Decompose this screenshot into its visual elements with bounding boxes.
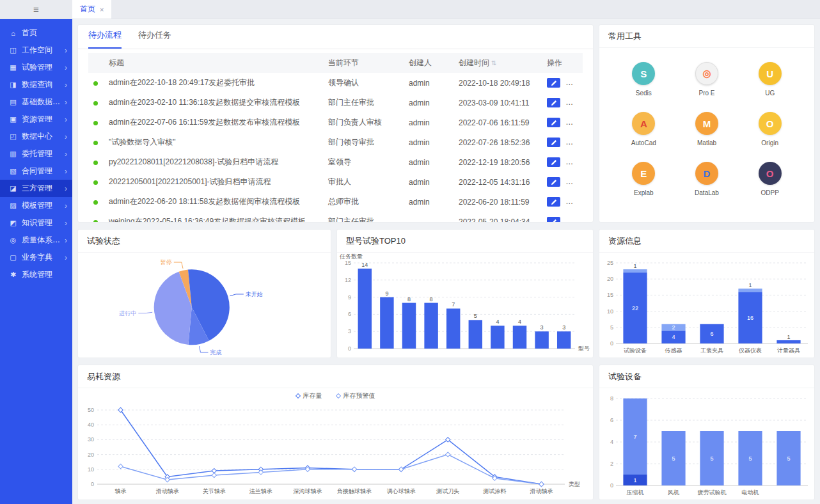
tab-close-icon[interactable]: × bbox=[100, 6, 104, 13]
svg-text:1: 1 bbox=[633, 477, 636, 484]
sidebar-item-label: 系统管理 bbox=[22, 269, 66, 280]
row-time: 2022-07-26 18:52:36 bbox=[453, 132, 542, 152]
svg-text:风机: 风机 bbox=[668, 489, 679, 496]
sidebar-item-home[interactable]: ⌂ 首页 bbox=[0, 24, 72, 42]
tab-todo-task[interactable]: 待办任务 bbox=[138, 29, 171, 49]
svg-text:深沟球轴承: 深沟球轴承 bbox=[293, 488, 322, 494]
svg-text:9: 9 bbox=[385, 290, 388, 297]
view-button[interactable] bbox=[565, 217, 579, 223]
view-button[interactable] bbox=[565, 197, 579, 207]
sidebar-item-quality-system[interactable]: ◎ 质量体系管理 › bbox=[0, 232, 72, 249]
sidebar-item-system-manage[interactable]: ✱ 系统管理 bbox=[0, 266, 72, 283]
svg-text:5: 5 bbox=[710, 455, 713, 462]
sidebar-collapse-button[interactable]: ≡ bbox=[0, 0, 72, 19]
table-row[interactable]: 20221205001[20221205001]-试验归档申请流程 审批人 ad… bbox=[88, 172, 583, 192]
svg-text:关节轴承: 关节轴承 bbox=[203, 488, 226, 494]
edit-button[interactable] bbox=[547, 98, 560, 107]
tool-item-odpp[interactable]: O ODPP bbox=[738, 162, 801, 196]
table-row[interactable]: py20221208011[20221208038]-试验归档申请流程 室领导 … bbox=[88, 152, 583, 172]
sidebar-item-entrust-manage[interactable]: ▥ 委托管理 › bbox=[0, 145, 72, 162]
view-button[interactable] bbox=[565, 157, 579, 167]
pencil-icon bbox=[551, 100, 557, 106]
diamond-marker-icon bbox=[335, 393, 340, 398]
sidebar-item-contract-manage[interactable]: ▧ 合同管理 › bbox=[0, 162, 72, 180]
row-creator: admin bbox=[404, 132, 453, 152]
tool-item-sedis[interactable]: S Sedis bbox=[612, 62, 675, 97]
sidebar-item-data-query[interactable]: ◨ 数据查询 › bbox=[0, 76, 72, 93]
status-dot-icon bbox=[93, 220, 98, 223]
edit-button[interactable] bbox=[547, 78, 560, 88]
sidebar-item-resource-manage[interactable]: ▣ 资源管理 › bbox=[0, 111, 72, 128]
row-time: 2022-05-20 18:04:34 bbox=[453, 212, 542, 223]
tool-item-pro-e[interactable]: ◎ Pro E bbox=[675, 62, 739, 97]
svg-text:0: 0 bbox=[91, 481, 94, 487]
table-row[interactable]: admin在2023-02-10 11:36:18发起数据提交审核流程模板 部门… bbox=[88, 93, 583, 113]
row-step: 部门主任审批 bbox=[323, 93, 404, 113]
row-title: admin在2023-02-10 11:36:18发起数据提交审核流程模板 bbox=[104, 93, 323, 113]
svg-text:0: 0 bbox=[610, 340, 613, 347]
sidebar-item-base-data[interactable]: ▤ 基础数据管理 › bbox=[0, 93, 72, 111]
edit-button[interactable] bbox=[547, 177, 560, 187]
sidebar-item-data-center[interactable]: ◰ 数据中心 › bbox=[0, 128, 72, 145]
base-data-icon: ▤ bbox=[8, 98, 18, 106]
tool-item-explab[interactable]: E Explab bbox=[612, 162, 675, 196]
tool-item-autocad[interactable]: A AutoCad bbox=[612, 112, 675, 146]
edit-button[interactable] bbox=[547, 138, 560, 147]
todo-tabs: 待办流程 待办任务 bbox=[78, 25, 593, 49]
table-row[interactable]: admin在2022-06-20 18:11:58发起数据催阅审核流程模板 总师… bbox=[88, 192, 583, 212]
svg-text:10: 10 bbox=[88, 466, 94, 473]
tool-item-ug[interactable]: U UG bbox=[738, 62, 801, 97]
view-button[interactable] bbox=[565, 78, 579, 88]
sidebar-item-knowledge-manage[interactable]: ◩ 知识管理 › bbox=[0, 214, 72, 232]
tab-home[interactable]: 首页 × bbox=[72, 0, 111, 19]
sidebar-item-biz-dict[interactable]: ▢ 业务字典 › bbox=[0, 249, 72, 266]
view-button[interactable] bbox=[565, 177, 579, 187]
row-creator: admin bbox=[404, 172, 453, 192]
model-top10-card: 型号试验TOP10 03691215任务数量型号14988754433 bbox=[336, 229, 594, 358]
magnifier-icon bbox=[569, 179, 576, 185]
status-dot-icon bbox=[93, 141, 98, 145]
edit-button[interactable] bbox=[547, 157, 560, 167]
row-title: py20221208011[20221208038]-试验归档申请流程 bbox=[104, 152, 323, 172]
table-row[interactable]: weining在2022-05-16 16:36:49发起数据提交审核流程模板 … bbox=[88, 212, 583, 223]
svg-text:4: 4 bbox=[496, 319, 499, 325]
magnifier-icon bbox=[569, 219, 576, 223]
sidebar-item-workspace[interactable]: ◫ 工作空间 › bbox=[0, 42, 72, 59]
view-button[interactable] bbox=[565, 98, 579, 107]
svg-text:测试刀头: 测试刀头 bbox=[436, 488, 459, 494]
edit-button[interactable] bbox=[547, 197, 560, 207]
time-column-header[interactable]: 创建时间⇅ bbox=[453, 53, 542, 73]
explab-icon: E bbox=[632, 162, 655, 185]
table-row[interactable]: "试验数据导入审核" 部门领导审批 admin 2022-07-26 18:52… bbox=[88, 132, 583, 152]
view-button[interactable] bbox=[565, 138, 579, 147]
magnifier-icon bbox=[569, 199, 576, 205]
hamburger-icon: ≡ bbox=[33, 4, 39, 15]
legend-item-stock[interactable]: 库存量 bbox=[296, 391, 322, 400]
table-row[interactable]: admin在2022-10-18 20:49:17发起委托审批 领导确认 adm… bbox=[88, 73, 583, 93]
table-row[interactable]: admin在2022-07-06 16:11:59发起数据发布审核流程模板 部门… bbox=[88, 113, 583, 132]
legend-item-warning[interactable]: 库存预警值 bbox=[336, 391, 375, 400]
svg-text:角接触球轴承: 角接触球轴承 bbox=[337, 488, 372, 494]
tool-item-origin[interactable]: O Origin bbox=[738, 112, 801, 146]
system-manage-icon: ✱ bbox=[8, 271, 18, 279]
edit-button[interactable] bbox=[547, 118, 560, 127]
row-title: admin在2022-06-20 18:11:58发起数据催阅审核流程模板 bbox=[104, 192, 323, 212]
row-step: 部门主任审批 bbox=[323, 212, 404, 223]
svg-text:0: 0 bbox=[610, 482, 613, 489]
tool-item-datalab[interactable]: D DataLab bbox=[675, 162, 739, 196]
row-time: 2022-12-19 18:20:56 bbox=[453, 152, 542, 172]
status-dot-icon bbox=[93, 101, 98, 106]
sidebar-item-template-manage[interactable]: ▨ 模板管理 › bbox=[0, 197, 72, 214]
sidebar-menu: ⌂ 首页 ◫ 工作空间 › ▦ 试验管理 › ◨ 数据查询 › ▤ 基础数据管理… bbox=[0, 24, 72, 283]
sidebar-item-test-manage[interactable]: ▦ 试验管理 › bbox=[0, 59, 72, 76]
svg-text:15: 15 bbox=[345, 260, 351, 266]
view-button[interactable] bbox=[565, 118, 579, 127]
sort-icon[interactable]: ⇅ bbox=[491, 59, 496, 67]
edit-button[interactable] bbox=[547, 217, 560, 223]
svg-text:8: 8 bbox=[407, 296, 411, 303]
tab-todo-process[interactable]: 待办流程 bbox=[88, 29, 122, 49]
tools-grid: S Sedis ◎ Pro E U UG A AutoCad M Matlab … bbox=[599, 48, 814, 210]
tool-item-matlab[interactable]: M Matlab bbox=[675, 112, 739, 146]
sidebar-item-third-party[interactable]: ◪ 三方管理 › bbox=[0, 180, 72, 197]
svg-text:滑动轴承: 滑动轴承 bbox=[530, 488, 553, 494]
